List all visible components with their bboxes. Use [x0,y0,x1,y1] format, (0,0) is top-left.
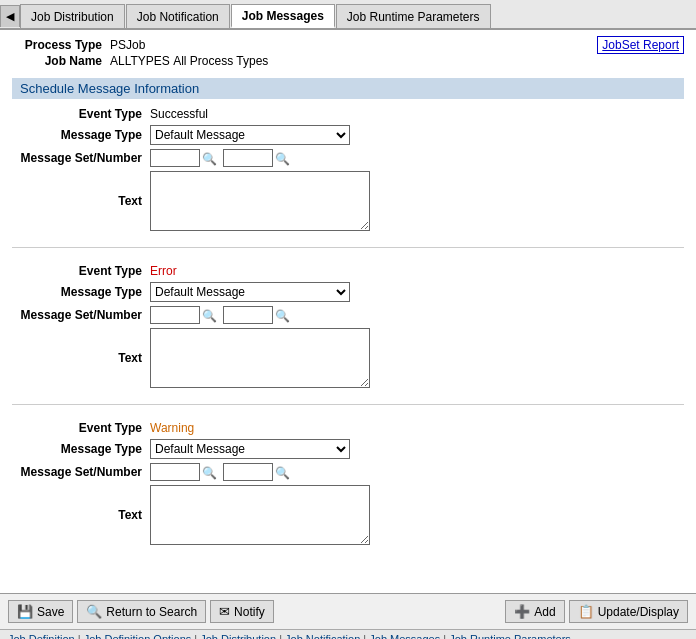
text-row-1: Text [12,171,684,231]
event-type-value-2: Error [150,264,177,278]
msg-set-label-3: Message Set/Number [12,465,142,479]
process-type-row: Process Type PSJob [12,38,268,52]
job-name-desc: All Process Types [173,54,268,68]
save-button[interactable]: 💾 Save [8,600,73,623]
footer-link-job-messages[interactable]: Job Messages [369,633,440,639]
msg-set-number-3 [150,463,292,481]
event-type-row-3: Event Type Warning [12,421,684,435]
text-label-2: Text [12,351,142,365]
message-type-row-1: Message Type Default Message Custom Mess… [12,125,684,145]
msg-set-row-3: Message Set/Number [12,463,684,481]
form-group-warning: Event Type Warning Message Type Default … [12,421,684,561]
btn-group-left: 💾 Save 🔍 Return to Search ✉ Notify [8,600,274,623]
footer-link-job-distribution[interactable]: Job Distribution [200,633,276,639]
footer-nav: Job Definition | Job Definition Options … [0,629,696,639]
event-type-value-3: Warning [150,421,194,435]
tab-job-messages[interactable]: Job Messages [231,4,335,28]
return-search-button[interactable]: 🔍 Return to Search [77,600,206,623]
tab-job-runtime-parameters[interactable]: Job Runtime Parameters [336,4,491,28]
message-type-select-2[interactable]: Default Message Custom Message [150,282,350,302]
form-group-error: Event Type Error Message Type Default Me… [12,264,684,405]
add-icon: ➕ [514,604,530,619]
message-type-label-3: Message Type [12,442,142,456]
process-type-value: PSJob [110,38,145,52]
event-type-row-1: Event Type Successful [12,107,684,121]
footer-link-job-notification[interactable]: Job Notification [285,633,360,639]
message-type-select-3[interactable]: Default Message Custom Message [150,439,350,459]
footer-link-job-definition-options[interactable]: Job Definition Options [84,633,192,639]
msg-set-row-1: Message Set/Number [12,149,684,167]
save-icon: 💾 [17,604,33,619]
message-type-label-1: Message Type [12,128,142,142]
event-type-label-3: Event Type [12,421,142,435]
message-type-select-1[interactable]: Default Message Custom Message [150,125,350,145]
msg-set-search-btn-3[interactable] [200,464,219,480]
msg-set-number-1 [150,149,292,167]
notify-icon: ✉ [219,604,230,619]
text-row-3: Text [12,485,684,545]
text-label-1: Text [12,194,142,208]
notify-button[interactable]: ✉ Notify [210,600,274,623]
footer-link-job-definition[interactable]: Job Definition [8,633,75,639]
msg-set-label-1: Message Set/Number [12,151,142,165]
text-area-3[interactable] [150,485,370,545]
event-type-value-1: Successful [150,107,208,121]
header-section: Process Type PSJob Job Name ALLTYPES All… [12,38,684,70]
msg-set-input-1[interactable] [150,149,200,167]
msg-set-input-2[interactable] [150,306,200,324]
msg-number-search-btn-1[interactable] [273,150,292,166]
return-search-icon: 🔍 [86,604,102,619]
msg-set-number-2 [150,306,292,324]
btn-group-right: ➕ Add 📋 Update/Display [505,600,688,623]
text-area-1[interactable] [150,171,370,231]
msg-set-search-btn-1[interactable] [200,150,219,166]
msg-set-search-btn-2[interactable] [200,307,219,323]
job-name-row: Job Name ALLTYPES All Process Types [12,54,268,68]
msg-set-input-3[interactable] [150,463,200,481]
update-display-icon: 📋 [578,604,594,619]
msg-number-search-btn-3[interactable] [273,464,292,480]
event-type-label-2: Event Type [12,264,142,278]
msg-number-search-btn-2[interactable] [273,307,292,323]
footer-link-job-runtime-parameters[interactable]: Job Runtime Parameters [449,633,571,639]
job-name-label: Job Name [12,54,102,68]
message-type-label-2: Message Type [12,285,142,299]
msg-number-input-3[interactable] [223,463,273,481]
event-type-label-1: Event Type [12,107,142,121]
text-area-2[interactable] [150,328,370,388]
text-label-3: Text [12,508,142,522]
msg-number-input-1[interactable] [223,149,273,167]
update-display-button[interactable]: 📋 Update/Display [569,600,688,623]
message-type-row-3: Message Type Default Message Custom Mess… [12,439,684,459]
text-row-2: Text [12,328,684,388]
tab-nav-back-btn[interactable]: ◀ [0,5,20,27]
msg-number-input-2[interactable] [223,306,273,324]
tabs-bar: ◀ Job Distribution Job Notification Job … [0,0,696,30]
header-fields: Process Type PSJob Job Name ALLTYPES All… [12,38,268,70]
msg-set-row-2: Message Set/Number [12,306,684,324]
section-header: Schedule Message Information [12,78,684,99]
event-type-row-2: Event Type Error [12,264,684,278]
msg-set-label-2: Message Set/Number [12,308,142,322]
message-type-row-2: Message Type Default Message Custom Mess… [12,282,684,302]
tab-job-notification[interactable]: Job Notification [126,4,230,28]
process-type-label: Process Type [12,38,102,52]
tab-job-distribution[interactable]: Job Distribution [20,4,125,28]
job-name-value: ALLTYPES [110,54,170,68]
bottom-bar: 💾 Save 🔍 Return to Search ✉ Notify ➕ Add… [0,593,696,629]
form-group-successful: Event Type Successful Message Type Defau… [12,107,684,248]
main-content: Process Type PSJob Job Name ALLTYPES All… [0,30,696,585]
jobset-report-link[interactable]: JobSet Report [597,38,684,52]
add-button[interactable]: ➕ Add [505,600,564,623]
